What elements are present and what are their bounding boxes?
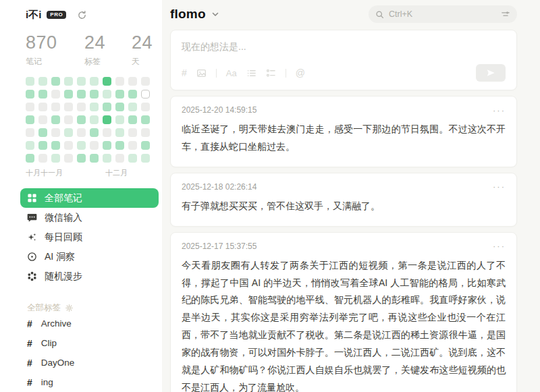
heatmap-cell[interactable]	[115, 90, 124, 99]
heatmap-cell[interactable]	[26, 103, 34, 111]
stat-days: 24 天	[132, 32, 153, 67]
heatmap-cell[interactable]	[64, 141, 73, 150]
heatmap-cell[interactable]	[115, 103, 124, 111]
heatmap-cell[interactable]	[103, 128, 111, 137]
tag-settings-gear-icon[interactable]	[65, 304, 73, 312]
workspace-switcher[interactable]: flomo	[170, 7, 219, 22]
heatmap-cell[interactable]	[51, 128, 60, 137]
heatmap-cell[interactable]	[77, 128, 86, 137]
tag-insert-icon[interactable]: #	[182, 68, 187, 78]
heatmap-cell[interactable]	[141, 103, 150, 111]
sidebar-tag-dayone[interactable]: # DayOne	[27, 353, 162, 372]
heatmap-cell[interactable]	[103, 154, 111, 163]
heatmap-cell[interactable]	[141, 115, 150, 124]
sidebar-item-ai-insight[interactable]: AI 洞察	[20, 247, 159, 267]
heatmap-cell[interactable]	[103, 115, 111, 124]
heatmap-cell[interactable]	[51, 103, 60, 111]
heatmap-cell[interactable]	[64, 115, 73, 124]
heatmap-cell[interactable]	[90, 77, 99, 86]
heatmap-cell[interactable]	[64, 128, 73, 137]
heatmap-cell[interactable]	[38, 128, 47, 137]
sidebar-tag-clip[interactable]: # Clip	[27, 333, 162, 353]
heatmap-cell[interactable]	[38, 154, 47, 163]
heatmap-cell[interactable]	[141, 154, 150, 163]
sidebar-item-random-walk[interactable]: 随机漫步	[20, 267, 159, 286]
heatmap-cell[interactable]	[90, 103, 99, 111]
heatmap-cell[interactable]	[77, 103, 86, 111]
heatmap-cell[interactable]	[90, 115, 99, 124]
sync-icon[interactable]	[77, 10, 87, 20]
sidebar-item-daily-review[interactable]: 每日回顾	[20, 227, 159, 247]
heatmap-cell[interactable]	[51, 141, 60, 150]
text-format-icon[interactable]: Aa	[226, 69, 237, 78]
heatmap-cell[interactable]	[90, 128, 99, 137]
heatmap-cell[interactable]	[26, 141, 34, 150]
heatmap-cell[interactable]	[128, 103, 137, 111]
bullet-list-icon[interactable]	[246, 68, 256, 78]
heatmap-cell[interactable]	[115, 77, 124, 86]
more-options-icon[interactable]: ···	[493, 106, 506, 115]
heatmap-cell[interactable]	[90, 154, 99, 163]
memos-grid-icon	[27, 193, 37, 203]
filter-icon[interactable]	[501, 9, 510, 19]
heatmap-cell[interactable]	[51, 90, 60, 99]
sidebar-item-wechat-input[interactable]: 微信输入	[20, 208, 159, 227]
main-area: flomo Ctrl+K 现在的想法是... #	[162, 0, 540, 392]
search-input[interactable]: Ctrl+K	[369, 5, 517, 23]
heatmap-cell[interactable]	[141, 77, 150, 86]
heatmap-cell[interactable]	[90, 90, 99, 99]
send-button[interactable]	[476, 64, 506, 82]
mention-icon[interactable]: @	[296, 68, 305, 78]
more-options-icon[interactable]: ···	[493, 242, 506, 250]
heatmap-cell[interactable]	[38, 77, 47, 86]
sidebar-tag-ing[interactable]: # ing	[27, 372, 162, 392]
heatmap-cell[interactable]	[26, 115, 34, 124]
heatmap-cell[interactable]	[103, 103, 111, 111]
heatmap-cell[interactable]	[26, 154, 34, 163]
heatmap-cell[interactable]	[38, 90, 47, 99]
heatmap-cell[interactable]	[38, 103, 47, 111]
heatmap-cell[interactable]	[26, 128, 34, 137]
heatmap-cell[interactable]	[141, 141, 150, 150]
heatmap-cell[interactable]	[51, 77, 60, 86]
heatmap-cell-today[interactable]	[141, 90, 150, 99]
heatmap-cell[interactable]	[38, 115, 47, 124]
heatmap-cell[interactable]	[26, 90, 34, 99]
heatmap-cell[interactable]	[103, 141, 111, 150]
sidebar-item-all-notes[interactable]: 全部笔记	[20, 188, 159, 208]
heatmap-cell[interactable]	[64, 103, 73, 111]
more-options-icon[interactable]: ···	[493, 182, 506, 191]
heatmap-cell[interactable]	[64, 77, 73, 86]
heatmap-cell[interactable]	[51, 115, 60, 124]
heatmap-cell[interactable]	[115, 128, 124, 137]
heatmap-cell[interactable]	[115, 115, 124, 124]
ordered-list-icon[interactable]	[266, 68, 276, 78]
heatmap-cell[interactable]	[128, 128, 137, 137]
heatmap-cell[interactable]	[141, 128, 150, 137]
heatmap-cell[interactable]	[77, 154, 86, 163]
heatmap-cell[interactable]	[103, 90, 111, 99]
heatmap-cell[interactable]	[77, 90, 86, 99]
heatmap-cell[interactable]	[64, 90, 73, 99]
heatmap-cell[interactable]	[115, 154, 124, 163]
tags-header[interactable]: 全部标签	[27, 302, 162, 314]
heatmap-cell[interactable]	[128, 141, 137, 150]
heatmap-cell[interactable]	[128, 77, 137, 86]
heatmap-cell[interactable]	[77, 141, 86, 150]
sidebar-tag-archive[interactable]: # Archive	[27, 314, 162, 333]
heatmap-cell[interactable]	[51, 154, 60, 163]
heatmap-cell[interactable]	[103, 77, 111, 86]
heatmap-cell[interactable]	[77, 115, 86, 124]
heatmap-cell[interactable]	[90, 141, 99, 150]
heatmap-cell[interactable]	[77, 77, 86, 86]
heatmap-cell[interactable]	[26, 77, 34, 86]
heatmap-cell[interactable]	[128, 90, 137, 99]
heatmap-cell[interactable]	[64, 154, 73, 163]
heatmap-cell[interactable]	[115, 141, 124, 150]
heatmap-cell[interactable]	[128, 115, 137, 124]
month-label-dec: 十二月	[105, 168, 128, 178]
image-insert-icon[interactable]	[196, 68, 207, 78]
heatmap-cell[interactable]	[38, 141, 47, 150]
note-editor[interactable]: 现在的想法是... # Aa	[170, 30, 517, 90]
heatmap-cell[interactable]	[128, 154, 137, 163]
